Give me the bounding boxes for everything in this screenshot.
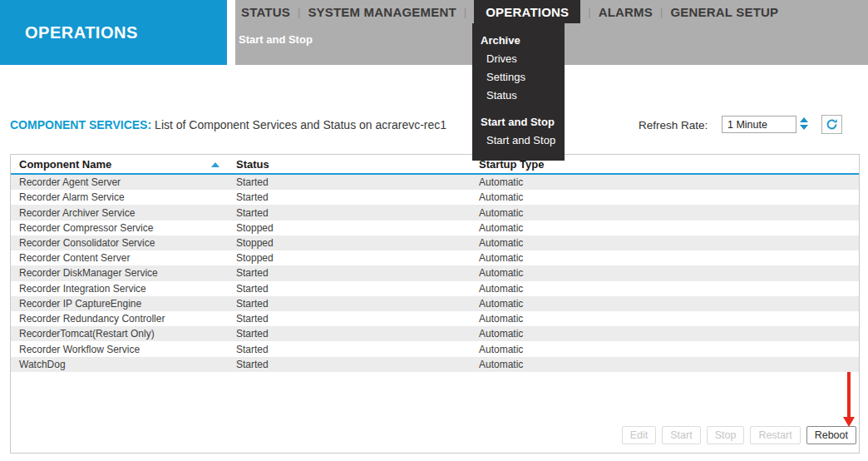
up-down-spinner-icon[interactable]: [800, 117, 808, 130]
table-row[interactable]: RecorderTomcat(Restart Only)StartedAutom…: [11, 326, 859, 341]
cell-component-name: Recorder Content Server: [19, 252, 130, 264]
cell-status: Started: [236, 344, 269, 355]
edit-button[interactable]: Edit: [622, 426, 657, 444]
cell-startup-type: Automatic: [479, 344, 523, 355]
nav-separator: |: [464, 0, 466, 23]
red-arrow-head: [843, 417, 855, 427]
cell-component-name: Recorder Redundancy Controller: [19, 313, 165, 325]
page-title: OPERATIONS: [0, 23, 138, 42]
refresh-icon: [826, 118, 838, 131]
table-row[interactable]: Recorder Compressor ServiceStoppedAutoma…: [11, 221, 859, 235]
cell-status: Started: [236, 267, 269, 279]
cell-component-name: Recorder Workflow Service: [19, 344, 140, 355]
table-header: Component Name Status Startup Type: [11, 155, 859, 175]
dropdown-item-settings[interactable]: Settings: [472, 68, 565, 87]
cell-status: Started: [236, 298, 269, 310]
app-frame: OPERATIONS STATUS|SYSTEM MANAGEMENT|OPER…: [0, 0, 868, 461]
cell-startup-type: Automatic: [479, 191, 523, 203]
table-row[interactable]: Recorder Consolidator ServiceStoppedAuto…: [11, 235, 859, 250]
dropdown-item-status[interactable]: Status: [472, 87, 565, 105]
cell-status: Started: [236, 176, 269, 188]
cell-status: Stopped: [236, 222, 274, 234]
nav-separator: |: [588, 0, 590, 23]
cell-component-name: Recorder Consolidator Service: [19, 237, 155, 249]
table-row[interactable]: Recorder Integration ServiceStartedAutom…: [11, 281, 859, 296]
table-body: Recorder Agent ServerStartedAutomaticRec…: [11, 175, 859, 372]
cell-status: Started: [236, 283, 269, 295]
sort-ascending-icon[interactable]: [211, 162, 219, 167]
cell-component-name: Recorder Alarm Service: [19, 191, 125, 203]
cell-component-name: Recorder IP CaptureEngine: [19, 298, 141, 310]
dropdown-item-drives[interactable]: Drives: [472, 50, 565, 68]
table-row[interactable]: Recorder Archiver ServiceStartedAutomati…: [11, 205, 859, 220]
cell-startup-type: Automatic: [479, 237, 523, 249]
component-services-table: Component Name Status Startup Type Recor…: [10, 154, 860, 454]
refresh-rate-select[interactable]: 1 Minute: [722, 116, 796, 133]
cell-status: Stopped: [236, 252, 274, 264]
nav-item-alarms[interactable]: ALARMS: [599, 0, 653, 23]
cell-startup-type: Automatic: [479, 313, 523, 325]
spinner-down-icon[interactable]: [800, 125, 808, 130]
nav-item-system-management[interactable]: SYSTEM MANAGEMENT: [308, 0, 456, 23]
operations-dropdown-menu: ArchiveDrivesSettingsStatusStart and Sto…: [472, 23, 565, 161]
red-arrow-down-icon: [843, 372, 855, 427]
table-row[interactable]: Recorder DiskManager ServiceStartedAutom…: [11, 265, 859, 280]
cell-status: Stopped: [236, 237, 274, 249]
cell-component-name: Recorder Archiver Service: [19, 207, 135, 219]
dropdown-group-start-and-stop: Start and Stop: [472, 113, 565, 131]
cell-component-name: Recorder Integration Service: [19, 283, 146, 295]
refresh-rate-value: 1 Minute: [727, 119, 767, 131]
column-header-component-name[interactable]: Component Name: [19, 155, 111, 175]
table-row[interactable]: Recorder Redundancy ControllerStartedAut…: [11, 311, 859, 326]
main-nav: STATUS|SYSTEM MANAGEMENT|OPERATIONS|ALAR…: [235, 0, 778, 23]
section-description: List of Component Services and Status on…: [155, 118, 446, 131]
section-heading: COMPONENT SERVICES:List of Component Ser…: [10, 118, 446, 131]
module-title-box: OPERATIONS: [0, 0, 227, 65]
nav-separator: |: [298, 0, 300, 23]
start-button[interactable]: Start: [662, 426, 700, 444]
cell-component-name: WatchDog: [19, 359, 66, 370]
cell-status: Started: [236, 313, 269, 325]
cell-startup-type: Automatic: [479, 267, 523, 279]
table-row[interactable]: Recorder Workflow ServiceStartedAutomati…: [11, 341, 859, 356]
nav-item-operations[interactable]: OPERATIONS: [474, 0, 580, 23]
refresh-rate-label: Refresh Rate:: [639, 119, 708, 131]
restart-button[interactable]: Restart: [750, 426, 800, 444]
column-header-status[interactable]: Status: [236, 155, 269, 175]
table-row[interactable]: WatchDogStartedAutomatic: [11, 357, 859, 372]
cell-startup-type: Automatic: [479, 176, 523, 188]
action-button-bar: EditStartStopRestartReboot: [622, 426, 856, 444]
cell-component-name: RecorderTomcat(Restart Only): [19, 328, 155, 340]
cell-startup-type: Automatic: [479, 252, 523, 264]
cell-startup-type: Automatic: [479, 207, 523, 219]
spinner-up-icon[interactable]: [800, 117, 808, 122]
table-row[interactable]: Recorder Content ServerStoppedAutomatic: [11, 250, 859, 265]
nav-item-status[interactable]: STATUS: [241, 0, 290, 23]
cell-component-name: Recorder Agent Server: [19, 176, 121, 188]
cell-status: Started: [236, 359, 269, 370]
table-row[interactable]: Recorder Alarm ServiceStartedAutomatic: [11, 190, 859, 205]
cell-status: Started: [236, 207, 269, 219]
table-row[interactable]: Recorder Agent ServerStartedAutomatic: [11, 175, 859, 190]
breadcrumb: Start and Stop: [239, 33, 313, 46]
refresh-button[interactable]: [821, 115, 842, 134]
cell-startup-type: Automatic: [479, 328, 523, 340]
cell-status: Started: [236, 328, 269, 340]
dropdown-group-archive: Archive: [472, 32, 565, 50]
cell-status: Started: [236, 191, 269, 203]
section-label: COMPONENT SERVICES:: [10, 118, 151, 131]
nav-separator: |: [660, 0, 663, 23]
cell-startup-type: Automatic: [479, 222, 523, 234]
nav-item-general-setup[interactable]: GENERAL SETUP: [670, 0, 778, 23]
table-row[interactable]: Recorder IP CaptureEngineStartedAutomati…: [11, 296, 859, 311]
cell-component-name: Recorder Compressor Service: [19, 222, 153, 234]
cell-component-name: Recorder DiskManager Service: [19, 267, 158, 279]
cell-startup-type: Automatic: [479, 359, 523, 370]
stop-button[interactable]: Stop: [707, 426, 745, 444]
cell-startup-type: Automatic: [479, 283, 523, 295]
red-arrow-shaft: [847, 372, 851, 417]
cell-startup-type: Automatic: [479, 298, 523, 310]
dropdown-item-start-and-stop[interactable]: Start and Stop: [472, 131, 565, 150]
reboot-button[interactable]: Reboot: [806, 426, 856, 444]
